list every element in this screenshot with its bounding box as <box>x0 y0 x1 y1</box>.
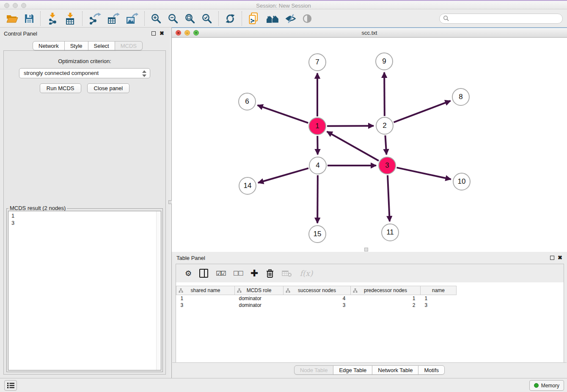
add-column-button[interactable]: ✚ <box>250 268 258 279</box>
scrollbar[interactable] <box>156 211 161 370</box>
new-network-from-file-button[interactable] <box>248 12 260 25</box>
graph-edge-2-8[interactable] <box>394 101 451 122</box>
search-input[interactable] <box>449 15 559 22</box>
close-panel-icon[interactable]: ✖ <box>558 254 562 261</box>
export-table-icon <box>107 13 120 25</box>
graph-edge-3-1[interactable] <box>327 132 379 161</box>
export-table-button[interactable] <box>107 13 120 25</box>
export-image-button[interactable] <box>126 13 138 25</box>
delete-column-button[interactable] <box>266 269 274 278</box>
graph-node-4[interactable]: 4 <box>309 157 327 174</box>
apply-layout-button[interactable] <box>225 13 236 24</box>
table-row[interactable]: 3dominator323 <box>176 302 457 309</box>
select-all-columns-button[interactable]: ☑☑ <box>216 270 226 277</box>
table-cell[interactable]: 2 <box>351 302 421 309</box>
graph-node-1[interactable]: 1 <box>308 117 326 135</box>
graph-edge-4-14[interactable] <box>258 168 308 182</box>
mcds-result-legend: MCDS result (2 nodes) <box>8 205 67 211</box>
graph-node-9[interactable]: 9 <box>375 52 393 70</box>
table-toolbar: ⚙ ☑☑ ☐☐ ✚ <box>176 264 564 282</box>
node-table[interactable]: shared nameMCDS rolesuccessor nodesprede… <box>176 286 457 309</box>
graph-node-7[interactable]: 7 <box>308 53 326 71</box>
table-cell[interactable]: 4 <box>284 295 351 302</box>
graph-node-8[interactable]: 8 <box>452 88 470 106</box>
graph-edge-3-11[interactable] <box>388 175 390 221</box>
column-header-name[interactable]: name <box>421 286 457 295</box>
mcds-result-area[interactable]: 1 3 <box>8 211 161 370</box>
tab-select[interactable]: Select <box>88 41 115 50</box>
run-mcds-button[interactable]: Run MCDS <box>40 83 81 93</box>
tab-mcds[interactable]: MCDS <box>115 41 143 50</box>
graph-node-14[interactable]: 14 <box>239 177 256 195</box>
control-panel-title: Control Panel <box>4 30 37 37</box>
control-panel: Control Panel ✖ NetworkStyleSelectMCDS O… <box>0 28 169 378</box>
tab-network-table[interactable]: Network Table <box>372 365 418 375</box>
hub-analysis-button[interactable] <box>266 14 279 24</box>
graph-node-2[interactable]: 2 <box>376 117 394 135</box>
table-settings-button[interactable]: ⚙ <box>185 269 192 278</box>
zoom-in-button[interactable] <box>151 13 162 24</box>
column-header-MCDS-role[interactable]: MCDS role <box>235 286 284 295</box>
import-network-button[interactable] <box>47 13 58 25</box>
tab-style[interactable]: Style <box>64 41 88 50</box>
search-icon <box>443 15 449 22</box>
network-window-titlebar[interactable]: ✕ − + scc.txt <box>172 28 567 38</box>
column-header-shared-name[interactable]: shared name <box>176 286 235 295</box>
node-table-container: ⚙ ☑☑ ☐☐ ✚ <box>176 264 564 363</box>
memory-button[interactable]: Memory <box>529 380 564 391</box>
table-cell[interactable]: 3 <box>284 302 351 309</box>
delete-table-button[interactable] <box>282 270 292 277</box>
main-toolbar <box>0 10 567 28</box>
open-session-button[interactable] <box>6 14 18 24</box>
show-elements-button[interactable] <box>302 14 312 24</box>
column-header-predecessor-nodes[interactable]: predecessor nodes <box>351 286 421 295</box>
graph-edge-1-2[interactable] <box>327 126 374 126</box>
zoom-out-button[interactable] <box>168 13 179 24</box>
table-cell[interactable]: 3 <box>176 302 235 309</box>
graph-edge-2-9[interactable] <box>384 72 385 116</box>
graph-node-15[interactable]: 15 <box>308 225 326 243</box>
task-history-button[interactable] <box>4 380 17 391</box>
table-cell[interactable]: dominator <box>235 295 284 302</box>
table-cell[interactable]: 1 <box>351 295 421 302</box>
tab-node-table[interactable]: Node Table <box>294 365 334 375</box>
float-panel-icon[interactable] <box>151 31 156 36</box>
zoom-fit-button[interactable] <box>184 13 195 24</box>
eye-icon <box>302 14 312 24</box>
table-row[interactable]: 1dominator411 <box>176 295 457 302</box>
function-builder-button[interactable]: f(x) <box>300 269 313 278</box>
graph-node-11[interactable]: 11 <box>381 224 399 241</box>
table-cell[interactable]: 1 <box>176 295 235 302</box>
graph-edge-1-6[interactable] <box>258 105 308 123</box>
hide-elements-button[interactable] <box>285 13 296 24</box>
tab-edge-table[interactable]: Edge Table <box>333 365 372 375</box>
column-header-successor-nodes[interactable]: successor nodes <box>284 286 351 295</box>
export-network-button[interactable] <box>88 13 101 25</box>
graph-edge-3-10[interactable] <box>396 168 451 179</box>
tab-network[interactable]: Network <box>33 41 65 50</box>
close-panel-button[interactable]: Close panel <box>87 83 130 93</box>
import-table-button[interactable] <box>64 13 76 25</box>
close-panel-icon[interactable]: ✖ <box>160 30 164 36</box>
unselect-all-columns-button[interactable]: ☐☐ <box>233 270 243 277</box>
table-cell[interactable]: 1 <box>421 295 457 302</box>
zoom-selected-button[interactable] <box>201 13 212 24</box>
criterion-select[interactable]: strongly connected component <box>19 68 150 78</box>
toolbar-separator <box>144 11 145 26</box>
float-panel-icon[interactable] <box>550 256 554 260</box>
graph-node-3[interactable]: 3 <box>378 157 396 174</box>
table-cell[interactable]: dominator <box>235 302 284 309</box>
graph-node-6[interactable]: 6 <box>238 93 256 110</box>
save-session-button[interactable] <box>24 14 34 24</box>
optimization-criterion-label: Optimization criterion: <box>4 58 165 64</box>
splitter-handle[interactable] <box>364 248 368 251</box>
graph-edge-2-3[interactable] <box>385 135 386 155</box>
table-cell[interactable]: 3 <box>421 302 457 309</box>
graph-edge-4-15[interactable] <box>317 175 318 223</box>
show-column-button[interactable] <box>199 269 208 278</box>
search-field[interactable] <box>439 14 563 24</box>
graph-node-10[interactable]: 10 <box>453 173 471 190</box>
tab-motifs[interactable]: Motifs <box>418 365 445 375</box>
edge-layer <box>172 38 567 252</box>
network-canvas[interactable]: 7968124314101511 <box>172 38 567 252</box>
